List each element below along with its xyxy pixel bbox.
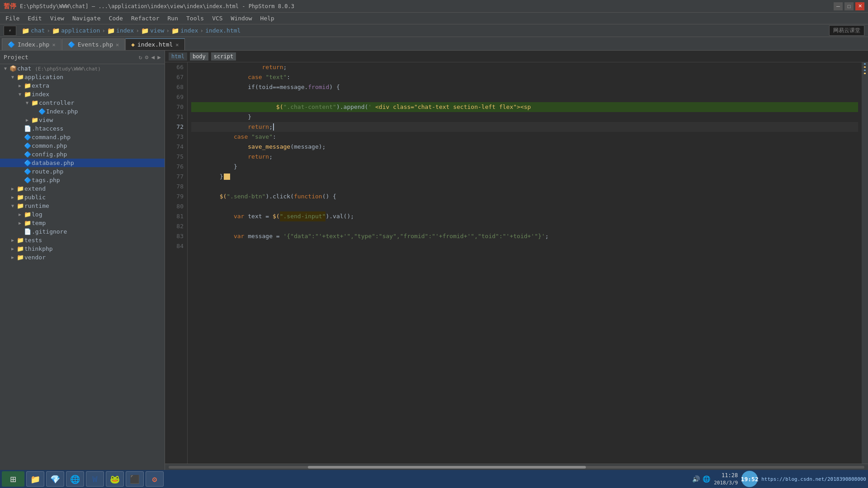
taskbar-ie[interactable]: 🌐 xyxy=(66,471,84,487)
close-button[interactable]: ✕ xyxy=(855,2,864,10)
horizontal-scrollbar[interactable] xyxy=(165,464,868,470)
hscroll-thumb xyxy=(308,466,586,469)
tree-vendor[interactable]: ▶ 📁 vendor xyxy=(0,253,165,262)
volume-icon[interactable]: 🔊 xyxy=(692,475,700,483)
tree-htaccess[interactable]: 📄 .htaccess xyxy=(0,124,165,133)
word-icon: W xyxy=(93,474,98,484)
code-content[interactable]: return ; case "text" : if(to xyxy=(188,62,862,464)
menu-window[interactable]: Window xyxy=(227,14,256,23)
tree-public[interactable]: ▶ 📁 public xyxy=(0,193,165,202)
tree-tests[interactable]: ▶ 📁 tests xyxy=(0,236,165,244)
folder-icon: 📁 xyxy=(16,194,24,201)
code-line-66: return ; xyxy=(191,62,858,72)
line-79: ○ 79 xyxy=(165,192,184,202)
tab-indexhtml[interactable]: ◆ index.html ✕ xyxy=(125,38,184,50)
breadcrumb-view[interactable]: 📁 view xyxy=(141,27,164,34)
tree-root-chat[interactable]: ▼ 📦 chat (E:\phpStudy\WWW\chat) xyxy=(0,64,165,73)
line-84: 84 xyxy=(165,241,184,251)
tab-indexphp[interactable]: 🔷 Index.php ✕ xyxy=(2,38,61,50)
taskbar-clock[interactable]: 11:28 2018/3/9 xyxy=(714,472,738,486)
tab-eventsphp[interactable]: 🔷 Events.php ✕ xyxy=(62,38,125,50)
start-button[interactable]: ⊞ xyxy=(2,471,24,487)
php-icon: 🔷 xyxy=(24,134,32,141)
tree-application[interactable]: ▼ 📁 application xyxy=(0,73,165,81)
breadcrumb-indexhtml[interactable]: index.html xyxy=(205,27,241,34)
tree-temp[interactable]: ▶ 📁 temp xyxy=(0,219,165,227)
tab-close-indexhtml[interactable]: ✕ xyxy=(175,42,179,48)
tree-databasephp[interactable]: 🔷 database.php xyxy=(0,159,165,167)
tree-commandphp[interactable]: 🔷 command.php xyxy=(0,133,165,141)
folder-icon: 📁 xyxy=(24,91,32,98)
scroll-mark-3 xyxy=(864,70,866,71)
breadcrumb-index2[interactable]: 📁 index xyxy=(171,27,198,34)
menu-navigate[interactable]: Navigate xyxy=(69,14,104,23)
line-numbers: 66 67 ○ 68 69 70 ○ 71 💡 72 73 74 75 xyxy=(165,62,188,464)
php-icon: 🔷 xyxy=(24,142,32,149)
sidebar: Project ↻ ⚙ ◀ ▶ ▼ 📦 chat (E:\phpStudy\WW… xyxy=(0,51,165,470)
code-line-78 xyxy=(191,182,858,192)
menu-view[interactable]: View xyxy=(47,14,68,23)
sidebar-header: Project ↻ ⚙ ◀ ▶ xyxy=(0,51,165,64)
breadcrumb-application[interactable]: 📁 application xyxy=(52,27,100,34)
menu-code[interactable]: Code xyxy=(105,14,127,23)
main-area: Project ↻ ⚙ ◀ ▶ ▼ 📦 chat (E:\phpStudy\WW… xyxy=(0,51,868,470)
menu-tools[interactable]: Tools xyxy=(183,14,208,23)
right-scrollbar[interactable] xyxy=(862,62,868,464)
minimize-button[interactable]: ─ xyxy=(834,2,843,10)
tree-thinkphp[interactable]: ▶ 📁 thinkphp xyxy=(0,244,165,253)
arrow-right-icon: ▶ xyxy=(16,221,24,225)
bc-script[interactable]: script xyxy=(211,52,236,61)
tree-tagsphp[interactable]: 🔷 tags.php xyxy=(0,176,165,184)
taskbar-terminal[interactable]: ⬛ xyxy=(126,471,144,487)
menu-refactor[interactable]: Refactor xyxy=(127,14,163,23)
taskbar-app2[interactable]: ⚙ xyxy=(146,471,164,487)
arrow-right-icon: ▶ xyxy=(9,238,16,243)
menu-file[interactable]: File xyxy=(2,14,23,23)
watermark: 网易云课堂 xyxy=(829,25,864,36)
tree-commonphp[interactable]: 🔷 common.php xyxy=(0,141,165,150)
breadcrumb-index[interactable]: 📁 index xyxy=(107,27,134,34)
line-83: 83 xyxy=(165,231,184,241)
gear-icon[interactable]: ⚙ xyxy=(145,54,149,61)
tree-controller[interactable]: ▼ 📁 controller xyxy=(0,99,165,107)
line-68: ○ 68 xyxy=(165,82,184,92)
taskbar-explorer[interactable]: 📁 xyxy=(26,471,44,487)
breadcrumb-chat[interactable]: 📁 chat xyxy=(22,27,45,34)
taskbar-app1[interactable]: 🐸 xyxy=(106,471,124,487)
menu-edit[interactable]: Edit xyxy=(24,14,45,23)
tab-close-indexphp[interactable]: ✕ xyxy=(52,42,55,48)
code-editor[interactable]: 66 67 ○ 68 69 70 ○ 71 💡 72 73 74 75 xyxy=(165,62,868,464)
arrow-down-icon: ▼ xyxy=(24,100,31,105)
tree-runtime[interactable]: ▼ 📁 runtime xyxy=(0,202,165,210)
network-icon[interactable]: 🌐 xyxy=(703,475,710,483)
tree-configphp[interactable]: 🔷 config.php xyxy=(0,150,165,159)
menu-run[interactable]: Run xyxy=(164,14,182,23)
tree-extra[interactable]: ▶ 📁 extra xyxy=(0,81,165,90)
scroll-mark-1 xyxy=(864,63,866,65)
taskbar-phpstorm[interactable]: 💎 xyxy=(46,471,64,487)
bc-body[interactable]: body xyxy=(190,52,208,61)
bc-html[interactable]: html xyxy=(169,52,187,61)
code-line-77: } xyxy=(191,172,858,182)
folder-icon: 📁 xyxy=(22,27,29,34)
code-line-74: save_message (message); xyxy=(191,142,858,152)
tree-view[interactable]: ▶ 📁 view xyxy=(0,116,165,124)
tree-indexphp[interactable]: 🔷 Index.php xyxy=(0,107,165,116)
php-file-icon2: 🔷 xyxy=(68,41,75,48)
taskbar-word[interactable]: W xyxy=(86,471,104,487)
collapse-icon[interactable]: ◀ xyxy=(151,54,155,61)
menu-vcs[interactable]: VCS xyxy=(208,14,226,23)
line-76: ○ 76 xyxy=(165,162,184,172)
tree-routephp[interactable]: 🔷 route.php xyxy=(0,167,165,176)
tree-extend[interactable]: ▶ 📁 extend xyxy=(0,184,165,193)
expand-icon[interactable]: ▶ xyxy=(157,54,161,61)
maximize-button[interactable]: □ xyxy=(844,2,854,10)
tree-log[interactable]: ▶ 📁 log xyxy=(0,210,165,219)
sync-icon[interactable]: ↻ xyxy=(139,54,142,61)
tree-gitignore[interactable]: 📄 .gitignore xyxy=(0,227,165,236)
folder-icon: 📁 xyxy=(24,211,32,218)
tab-close-eventsphp[interactable]: ✕ xyxy=(116,42,119,48)
notification-badge[interactable]: 19:52 xyxy=(741,471,758,487)
tree-index[interactable]: ▼ 📁 index xyxy=(0,90,165,99)
menu-help[interactable]: Help xyxy=(257,14,278,23)
